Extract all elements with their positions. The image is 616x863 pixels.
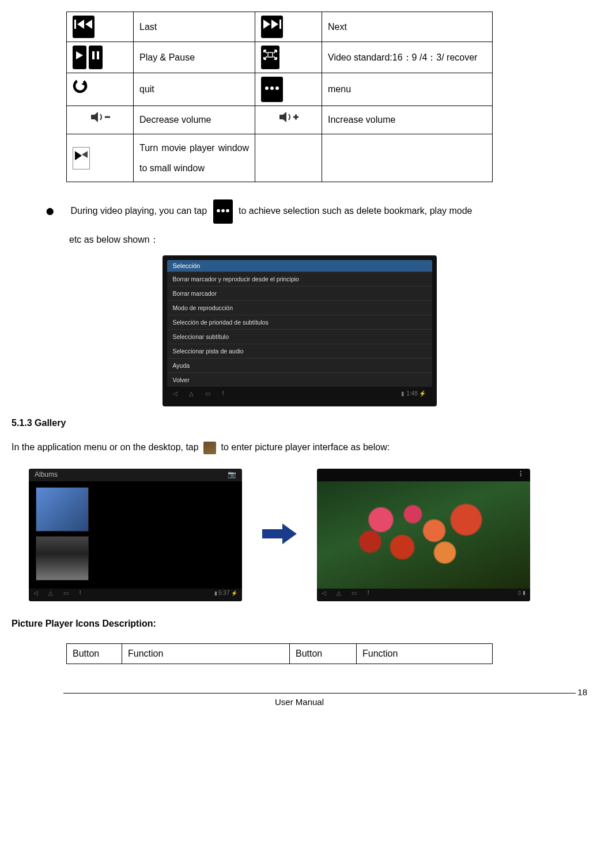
gallery-app-icon bbox=[203, 442, 216, 454]
albums-title: Albums bbox=[35, 470, 58, 478]
svg-point-13 bbox=[270, 86, 274, 90]
footer-rule bbox=[63, 693, 576, 694]
play-icon bbox=[73, 46, 86, 69]
flower-photo bbox=[317, 481, 530, 591]
menu-dots-icon-inline bbox=[213, 199, 233, 223]
arrow-right-icon bbox=[259, 522, 300, 548]
android-nav-bar: ◁ △ ▭ ⠇ ▮ 1:48 ⚡ bbox=[167, 389, 432, 402]
menu-item[interactable]: Selección de prioridad de subtítulos bbox=[167, 315, 432, 329]
small-window-icon bbox=[73, 147, 90, 169]
recent-icon[interactable]: ▭ bbox=[63, 590, 69, 600]
label-menu: menu bbox=[322, 73, 493, 105]
icon-cell-voldown bbox=[67, 105, 134, 134]
picture-body bbox=[317, 481, 530, 591]
status-area: ▯ ▮ bbox=[518, 590, 526, 600]
svg-point-14 bbox=[275, 86, 279, 90]
picture-viewer-screenshot: ⠇ ◁ △ ▭ ⠇ ▯ ▮ bbox=[317, 469, 530, 601]
empty-cell bbox=[255, 134, 322, 182]
menu-item[interactable]: Seleccionar subtítulo bbox=[167, 329, 432, 344]
picture-icons-table: Button Function Button Function bbox=[66, 643, 493, 664]
label-last: Last bbox=[134, 12, 255, 42]
th-button: Button bbox=[67, 643, 122, 664]
page-number: 18 bbox=[577, 687, 587, 697]
svg-rect-8 bbox=[97, 51, 99, 59]
menu-item[interactable]: Borrar marcador bbox=[167, 286, 432, 300]
icon-cell-quit bbox=[67, 73, 134, 105]
bullet-post: to achieve selection such as delete book… bbox=[239, 206, 473, 216]
menu-dots-icon bbox=[261, 77, 283, 101]
label-playpause: Play & Pause bbox=[134, 42, 255, 73]
label-voldown: Decrease volume bbox=[134, 105, 255, 134]
volume-up-icon bbox=[277, 110, 300, 130]
selection-menu-screenshot: Selección Borrar marcador y reproducir d… bbox=[162, 255, 437, 406]
bullet-paragraph: ⬤ During video playing, you can tap to a… bbox=[46, 199, 587, 223]
pause-icon bbox=[89, 46, 103, 69]
th-function2: Function bbox=[357, 643, 493, 664]
section-heading-gallery: 5.1.3 Gallery bbox=[12, 418, 587, 428]
menu-item[interactable]: Borrar marcador y reproducir desde el pr… bbox=[167, 272, 432, 286]
svg-marker-2 bbox=[85, 20, 92, 29]
svg-marker-21 bbox=[82, 151, 88, 158]
camera-icon[interactable]: 📷 bbox=[228, 470, 236, 478]
volume-down-icon bbox=[89, 110, 112, 130]
gallery-intro-line: In the application menu or on the deskto… bbox=[12, 437, 587, 457]
icon-cell-playpause bbox=[67, 42, 134, 73]
icon-cell-last bbox=[67, 12, 134, 42]
status-time: ▮ 1:48 ⚡ bbox=[401, 390, 426, 401]
label-volup: Increase volume bbox=[322, 105, 493, 134]
page-footer: 18 User Manual bbox=[12, 693, 587, 707]
recent-icon[interactable]: ▭ bbox=[352, 590, 357, 600]
svg-rect-16 bbox=[105, 116, 110, 118]
svg-marker-4 bbox=[271, 20, 278, 29]
svg-marker-25 bbox=[262, 523, 297, 544]
gallery-screenshots-row: Albums 📷 ◁ △ ▭ ⠇ ▮ 5:37 ⚡ ⠇ ◁ △ ▭ ⠇ bbox=[29, 469, 587, 601]
svg-marker-6 bbox=[76, 51, 83, 59]
label-smallwin: Turn movie player window to small window bbox=[134, 134, 255, 182]
video-icons-table: Last Next Play & Pause Video standard:16… bbox=[66, 12, 493, 182]
menu-item[interactable]: Modo de reproducción bbox=[167, 300, 432, 315]
menu-item[interactable]: Volver bbox=[167, 372, 432, 387]
status-time: ▮ 5:37 ⚡ bbox=[214, 590, 238, 600]
back-icon[interactable]: ◁ bbox=[173, 390, 177, 401]
gallery-pre: In the application menu or on the deskto… bbox=[12, 442, 199, 452]
icon-cell-volup bbox=[255, 105, 322, 134]
bullet-pre: During video playing, you can tap bbox=[70, 206, 207, 216]
album-thumb[interactable] bbox=[36, 487, 89, 532]
svg-marker-1 bbox=[77, 20, 84, 29]
svg-point-12 bbox=[265, 86, 269, 90]
label-aspect: Video standard:16：9 /4：3/ recover bbox=[322, 42, 493, 73]
android-nav-bar: ◁ △ ▭ ⠇ ▯ ▮ bbox=[317, 589, 530, 601]
home-icon[interactable]: △ bbox=[337, 590, 341, 600]
icon-cell-aspect bbox=[255, 42, 322, 73]
svg-marker-15 bbox=[91, 112, 98, 122]
menu-icon[interactable]: ⠇ bbox=[519, 470, 524, 478]
back-icon[interactable]: ◁ bbox=[33, 590, 38, 600]
nav-extra-icon[interactable]: ⠇ bbox=[79, 590, 83, 600]
albums-body bbox=[29, 481, 242, 591]
th-button2: Button bbox=[290, 643, 357, 664]
album-thumb[interactable] bbox=[36, 536, 89, 581]
svg-marker-3 bbox=[263, 20, 270, 29]
recent-icon[interactable]: ▭ bbox=[205, 390, 210, 401]
menu-item[interactable]: Ayuda bbox=[167, 358, 432, 372]
label-next: Next bbox=[322, 12, 493, 42]
home-icon[interactable]: △ bbox=[189, 390, 194, 401]
quit-icon bbox=[73, 78, 88, 100]
back-icon[interactable]: ◁ bbox=[322, 590, 326, 600]
home-icon[interactable]: △ bbox=[48, 590, 53, 600]
gallery-post: to enter picture player interface as bel… bbox=[221, 442, 390, 452]
svg-rect-7 bbox=[92, 51, 95, 59]
nav-extra-icon[interactable]: ⠇ bbox=[367, 590, 371, 600]
svg-point-22 bbox=[217, 209, 220, 213]
bullet-dot: ⬤ bbox=[46, 207, 54, 215]
label-quit: quit bbox=[134, 73, 255, 105]
nav-extra-icon[interactable]: ⠇ bbox=[222, 390, 226, 401]
menu-item[interactable]: Seleccionar pista de audio bbox=[167, 344, 432, 358]
footer-title: User Manual bbox=[12, 697, 587, 707]
svg-marker-17 bbox=[279, 112, 286, 122]
th-function: Function bbox=[122, 643, 290, 664]
svg-rect-19 bbox=[295, 114, 297, 119]
prev-icon bbox=[73, 16, 95, 38]
aspect-icon bbox=[261, 46, 279, 69]
empty-cell-label bbox=[322, 134, 493, 182]
